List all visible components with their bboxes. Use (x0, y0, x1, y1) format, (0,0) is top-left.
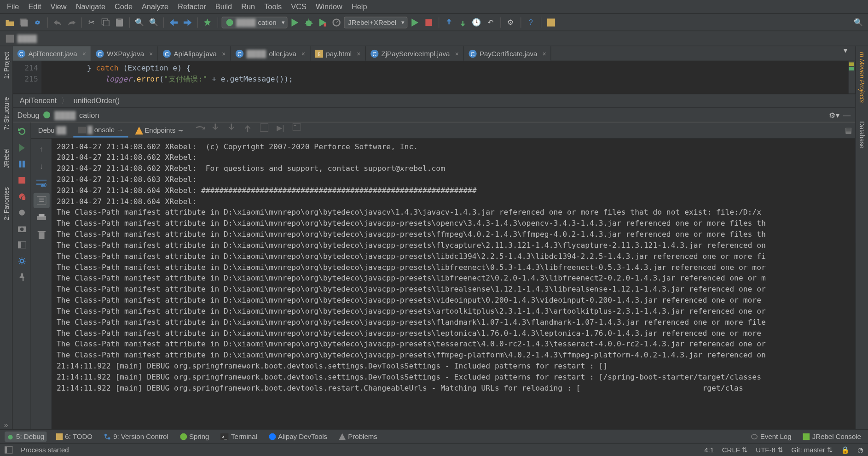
run-config-select[interactable]: ████cation (222, 17, 288, 28)
find-icon[interactable]: 🔍 (133, 16, 146, 29)
run-icon[interactable] (289, 16, 301, 29)
tabs-dropdown-icon[interactable]: ▾ (844, 46, 855, 60)
run-coverage-icon[interactable] (316, 16, 329, 29)
step-into-icon[interactable] (212, 123, 226, 137)
step-out-icon[interactable] (244, 123, 258, 137)
toolwindow-vcs[interactable]: 9: Version Control (102, 431, 171, 442)
editor-breadcrumb[interactable]: ApiTencent 〉 unifiedOrder() (13, 94, 856, 107)
endpoints-tab[interactable]: Endpoints → (130, 124, 189, 137)
build-icon[interactable] (202, 16, 214, 29)
tab-payhtml[interactable]: 5 pay.html × (310, 46, 365, 60)
close-icon[interactable]: × (301, 50, 305, 57)
sync-icon[interactable] (31, 16, 44, 29)
crumb-method[interactable]: unifiedOrder() (74, 96, 120, 105)
editor-area[interactable]: 214 215 } catch (Exception e) { logger.e… (13, 61, 856, 94)
open-icon[interactable] (4, 16, 17, 29)
crumb-class[interactable]: ApiTencent (20, 96, 57, 105)
navigation-bar[interactable]: ████ (0, 31, 868, 47)
vcs-revert-icon[interactable]: ↶ (484, 16, 497, 29)
run-to-cursor-icon[interactable]: ▶| (277, 123, 290, 137)
force-step-into-icon[interactable] (228, 123, 242, 137)
search-everywhere-icon[interactable]: 🔍 (852, 16, 865, 29)
toolwindow-jrebel[interactable]: JRebel (1, 145, 11, 172)
status-caret-pos[interactable]: 4:1 (704, 445, 714, 454)
menu-tools[interactable]: Tools (260, 1, 286, 12)
print-icon[interactable] (33, 210, 49, 225)
vcs-update-icon[interactable] (443, 16, 456, 29)
menu-refactor[interactable]: Refactor (173, 1, 211, 12)
tab-apialipay[interactable]: C ApiAlipay.java × (158, 46, 231, 60)
status-encoding[interactable]: UTF-8 ⇅ (756, 445, 783, 454)
tab-apitencent[interactable]: C ApiTencent.java × (13, 46, 92, 60)
vcs-history-icon[interactable]: 🕓 (470, 16, 483, 29)
save-all-icon[interactable] (17, 16, 30, 29)
status-line-sep[interactable]: CRLF ⇅ (722, 445, 748, 454)
tab-controller[interactable]: C ████oller.java × (231, 46, 311, 60)
close-icon[interactable]: × (543, 50, 546, 57)
tab-wxpay[interactable]: C WXPay.java × (91, 46, 158, 60)
debug-hide-icon[interactable]: — (843, 111, 851, 119)
menu-help[interactable]: Help (347, 1, 372, 12)
close-icon[interactable]: × (222, 50, 226, 57)
close-icon[interactable]: × (82, 50, 86, 57)
settings-icon[interactable]: ⚙ (504, 16, 517, 29)
layout-icon[interactable] (15, 238, 29, 252)
menu-build[interactable]: Build (211, 1, 237, 12)
menu-window[interactable]: Window (311, 1, 347, 12)
toolwindow-project[interactable]: 1: Project (1, 48, 11, 82)
close-icon[interactable]: × (357, 50, 360, 57)
menu-code[interactable]: Code (110, 1, 137, 12)
back-icon[interactable] (168, 16, 180, 29)
toolwindow-maven[interactable]: m Maven Projects (857, 48, 867, 106)
debugger-tab[interactable]: Debu██ (34, 124, 71, 137)
toolwindow-database[interactable]: Database (857, 118, 867, 152)
help-icon[interactable]: ? (525, 16, 538, 29)
forward-icon[interactable] (181, 16, 194, 29)
cut-icon[interactable]: ✂ (86, 16, 98, 29)
drop-frame-icon[interactable] (260, 123, 274, 137)
toolwindow-structure[interactable]: 7: Structure (1, 94, 11, 134)
view-breakpoints-icon[interactable] (15, 189, 29, 203)
close-icon[interactable]: × (149, 50, 153, 57)
toolwindow-spring[interactable]: Spring (178, 431, 212, 442)
camera-icon[interactable] (15, 222, 29, 236)
toolwindow-event-log[interactable]: Event Log (749, 431, 794, 442)
toolwindow-alipay[interactable]: Alipay DevTools (266, 431, 330, 442)
menu-navigate[interactable]: Navigate (71, 1, 110, 12)
vcs-commit-icon[interactable] (457, 16, 469, 29)
status-git-branch[interactable]: Git: master ⇅ (791, 445, 833, 454)
menu-analyze[interactable]: Analyze (137, 1, 173, 12)
redo-icon[interactable] (65, 16, 78, 29)
copy-icon[interactable] (99, 16, 112, 29)
jrebel-panel-icon[interactable] (544, 16, 557, 29)
console-tab[interactable]: █onsole → (73, 123, 128, 137)
profile-icon[interactable] (330, 16, 343, 29)
jrebel-select[interactable]: JRebel+XRebel (344, 17, 407, 28)
toolwindow-terminal[interactable]: >_Terminal (218, 431, 259, 442)
menu-vcs[interactable]: VCS (286, 1, 311, 12)
up-stacktrace-icon[interactable]: ↑ (33, 141, 49, 156)
pause-icon[interactable] (15, 157, 29, 171)
editor-minimap[interactable] (848, 61, 855, 94)
close-icon[interactable]: × (455, 50, 459, 57)
toolwindow-todo[interactable]: 6: TODO (53, 431, 95, 442)
undo-icon[interactable] (52, 16, 64, 29)
console-output[interactable]: 2021-04-27 21:14:08.602 XRebel: (c) Copy… (52, 139, 856, 429)
pin-icon[interactable] (15, 270, 29, 284)
stop-icon[interactable] (15, 173, 29, 187)
toolwindow-debug[interactable]: 5: Debug (5, 431, 46, 442)
status-memory-icon[interactable]: ◔ (857, 445, 863, 454)
clear-all-icon[interactable] (33, 228, 49, 243)
toolwindow-favorites[interactable]: 2: Favorites (1, 183, 11, 223)
tab-zjpayservice[interactable]: C ZjPayServiceImpl.java × (366, 46, 464, 60)
toolwindow-more-icon[interactable]: » (4, 421, 8, 429)
settings-icon[interactable] (15, 254, 29, 268)
resume-icon[interactable] (15, 141, 29, 155)
debug-icon[interactable] (302, 16, 315, 29)
tab-paycertificate[interactable]: C PayCertificate.java × (464, 46, 551, 60)
toolwindow-jrebel-console[interactable]: JRebel Console (801, 431, 863, 442)
down-stacktrace-icon[interactable]: ↓ (33, 158, 49, 174)
mute-breakpoints-icon[interactable] (15, 205, 29, 219)
step-over-icon[interactable] (196, 123, 209, 137)
evaluate-icon[interactable] (293, 123, 307, 137)
